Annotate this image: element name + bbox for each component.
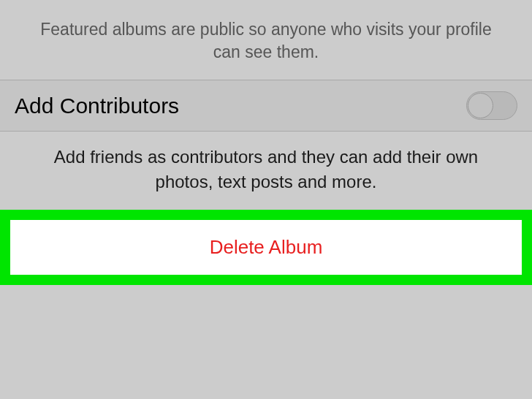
add-contributors-label: Add Contributors	[15, 94, 179, 118]
toggle-knob	[468, 93, 493, 118]
highlight-frame: Delete Album	[0, 210, 532, 285]
delete-album-label: Delete Album	[210, 236, 323, 258]
featured-albums-description: Featured albums are public so anyone who…	[0, 0, 532, 80]
add-contributors-row: Add Contributors	[0, 80, 532, 132]
add-contributors-description: Add friends as contributors and they can…	[0, 132, 532, 210]
delete-album-button[interactable]: Delete Album	[10, 220, 522, 275]
add-contributors-toggle[interactable]	[466, 91, 517, 120]
